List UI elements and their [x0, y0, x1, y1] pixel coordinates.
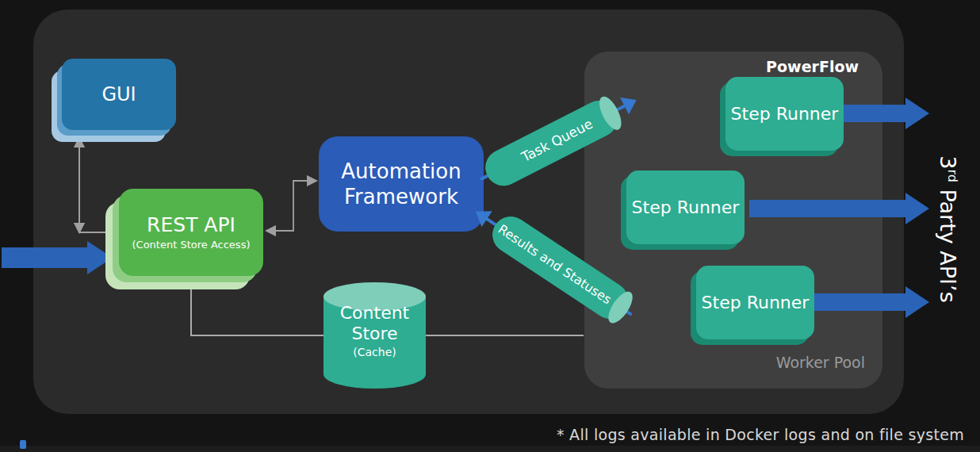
footer-note: * All logs available in Docker logs and …: [557, 426, 964, 443]
rest-api-label: REST API: [147, 214, 235, 237]
content-store-label: Content Store: [323, 303, 426, 345]
step-runner-node-1: Step Runner: [725, 77, 844, 151]
content-store-cylinder: Content Store (Cache): [323, 282, 426, 389]
step-runner-label: Step Runner: [702, 292, 810, 314]
content-store-sublabel: (Cache): [323, 346, 426, 358]
rest-api-node: REST API (Content Store Access): [119, 189, 263, 276]
step-runner-node-3: Step Runner: [696, 266, 814, 339]
third-party-ordinal: rd: [945, 169, 960, 182]
rest-api-sublabel: (Content Store Access): [132, 239, 251, 251]
third-party-rest: Party API’s: [936, 182, 960, 303]
step-runner-label: Step Runner: [731, 103, 839, 125]
powerflow-label: PowerFlow: [766, 58, 859, 75]
third-party-apis-label: 3rd Party API’s: [936, 105, 960, 353]
step-runner-node-2: Step Runner: [626, 170, 745, 244]
third-party-num: 3: [936, 155, 960, 169]
automation-framework-node: Automation Framework: [319, 136, 484, 232]
automation-framework-label: Automation Framework: [327, 159, 476, 210]
logo-fragment-icon: [20, 440, 26, 449]
gui-label: GUI: [101, 83, 136, 105]
bottom-edge-strip: [0, 446, 980, 452]
architecture-diagram: PowerFlow Worker Pool GUI REST API (Cont…: [0, 0, 980, 452]
worker-pool-label: Worker Pool: [776, 354, 865, 371]
step-runner-label: Step Runner: [632, 197, 740, 219]
gui-node: GUI: [62, 59, 176, 130]
